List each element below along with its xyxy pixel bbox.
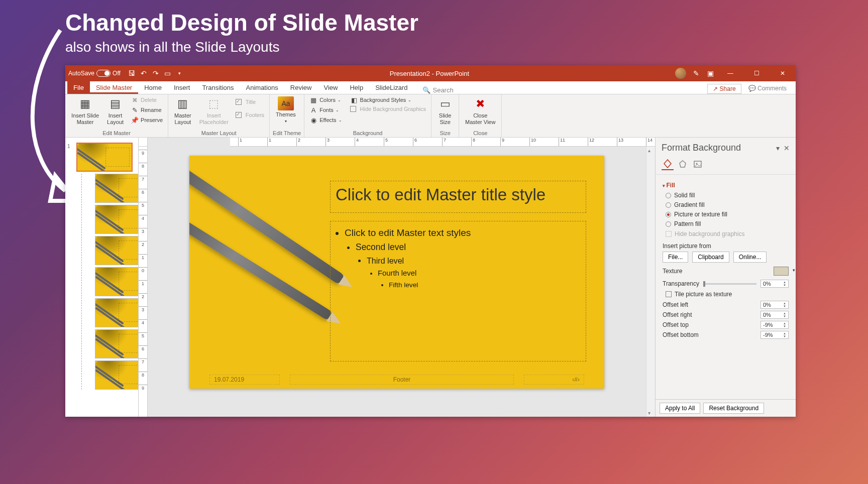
svg-marker-0 bbox=[680, 161, 686, 167]
picture-tab-icon[interactable] bbox=[692, 158, 704, 170]
tile-picture-checkbox[interactable]: Tile picture as texture bbox=[666, 291, 786, 298]
insert-slide-master-button[interactable]: ▦ Insert Slide Master bbox=[68, 95, 102, 127]
clipboard-button[interactable]: Clipboard bbox=[692, 252, 729, 263]
user-avatar[interactable] bbox=[675, 68, 686, 79]
footers-checkbox: Footers bbox=[234, 111, 266, 118]
vertical-scrollbar[interactable] bbox=[646, 147, 655, 417]
picture-fill-radio[interactable]: Picture or texture fill bbox=[666, 211, 786, 218]
tab-help[interactable]: Help bbox=[344, 81, 369, 94]
minimize-button[interactable]: — bbox=[720, 65, 740, 81]
online-button[interactable]: Online... bbox=[733, 252, 767, 263]
tab-view[interactable]: View bbox=[317, 81, 344, 94]
layout-thumb[interactable] bbox=[95, 267, 139, 296]
redo-icon[interactable]: ↷ bbox=[152, 69, 160, 77]
slide-master-icon: ▦ bbox=[78, 96, 93, 111]
fill-section-header[interactable]: Fill bbox=[663, 182, 789, 189]
comments-button[interactable]: 💬 Comments bbox=[743, 84, 792, 94]
close-master-view-button[interactable]: ✖ Close Master View bbox=[462, 95, 498, 127]
master-layout-button[interactable]: ▥ Master Layout bbox=[171, 95, 194, 127]
close-button[interactable]: ✕ bbox=[773, 65, 793, 81]
vertical-ruler[interactable]: 9876543210123456789 bbox=[139, 147, 148, 417]
offset-left-spinner[interactable]: 0%▲▼ bbox=[761, 301, 789, 309]
background-styles-button[interactable]: ◧Background Styles ⌄ bbox=[348, 95, 428, 104]
layout-thumb[interactable] bbox=[95, 236, 139, 265]
footer-number-placeholder[interactable]: ‹#› bbox=[524, 375, 584, 385]
preserve-button[interactable]: 📌Preserve bbox=[129, 115, 165, 125]
layout-thumb[interactable] bbox=[95, 174, 139, 203]
effects-button[interactable]: ◉Effects ⌄ bbox=[307, 115, 344, 125]
qat-dropdown-icon[interactable]: ▾ bbox=[176, 69, 184, 77]
hide-bg-graphics-checkbox: Hide background graphics bbox=[666, 230, 786, 237]
undo-icon[interactable]: ↶ bbox=[140, 69, 148, 77]
delete-button: ✖Delete bbox=[129, 95, 165, 104]
layout-thumb[interactable] bbox=[95, 205, 139, 234]
apply-to-all-button[interactable]: Apply to All bbox=[660, 403, 700, 414]
rename-button[interactable]: ✎Rename bbox=[129, 105, 165, 114]
offset-right-spinner[interactable]: 0%▲▼ bbox=[761, 311, 789, 319]
offset-right-label: Offset right bbox=[663, 311, 692, 318]
tab-transitions[interactable]: Transitions bbox=[196, 81, 240, 94]
pane-title: Format Background bbox=[662, 143, 772, 153]
tab-animations[interactable]: Animations bbox=[240, 81, 284, 94]
thumbnail-pane[interactable]: 1 bbox=[65, 138, 139, 417]
thumb-number: 1 bbox=[67, 144, 70, 149]
reset-background-button[interactable]: Reset Background bbox=[703, 403, 764, 414]
offset-bottom-label: Offset bottom bbox=[663, 331, 699, 338]
layout-thumb[interactable] bbox=[95, 360, 139, 390]
ribbon: ▦ Insert Slide Master ▤ Insert Layout ✖D… bbox=[65, 94, 796, 138]
body-placeholder[interactable]: Click to edit Master text styles Second … bbox=[330, 221, 586, 361]
gradient-fill-radio[interactable]: Gradient fill bbox=[666, 201, 786, 208]
autosave-toggle[interactable]: AutoSave Off bbox=[68, 70, 121, 77]
delete-icon: ✖ bbox=[131, 96, 139, 104]
group-label: Edit Master bbox=[68, 129, 165, 137]
share-button[interactable]: ↗ Share bbox=[707, 84, 741, 94]
tell-me-search[interactable]: 🔍 Search bbox=[422, 86, 453, 94]
pane-options-icon[interactable]: ▾ bbox=[776, 144, 780, 152]
layout-icon: ▤ bbox=[108, 96, 123, 111]
horizontal-ruler[interactable]: 112345678910111213141516 bbox=[230, 138, 655, 147]
slide-master-thumb[interactable] bbox=[76, 143, 133, 172]
transparency-spinner[interactable]: 0%▲▼ bbox=[761, 280, 789, 288]
offset-bottom-spinner[interactable]: -9%▲▼ bbox=[761, 331, 789, 339]
ribbon-tabs: File Slide Master Home Insert Transition… bbox=[65, 81, 796, 94]
footer-date-placeholder[interactable]: 19.07.2019 bbox=[209, 375, 280, 385]
tab-slide-master[interactable]: Slide Master bbox=[90, 81, 138, 94]
footer-text-placeholder[interactable]: Footer bbox=[290, 375, 514, 385]
transparency-slider[interactable] bbox=[703, 283, 756, 285]
save-icon[interactable]: 🖫 bbox=[128, 69, 136, 77]
offset-top-spinner[interactable]: -9%▲▼ bbox=[761, 321, 789, 329]
fill-tab-icon[interactable] bbox=[662, 158, 674, 170]
maximize-button[interactable]: ☐ bbox=[746, 65, 767, 81]
solid-fill-radio[interactable]: Solid fill bbox=[666, 192, 786, 199]
colors-button[interactable]: ▦Colors ⌄ bbox=[307, 95, 344, 104]
fonts-button[interactable]: AFonts ⌄ bbox=[307, 105, 344, 114]
layout-thumb[interactable] bbox=[95, 329, 139, 358]
drawing-mode-icon[interactable]: ✎ bbox=[692, 69, 700, 77]
rename-icon: ✎ bbox=[131, 106, 139, 114]
pane-close-icon[interactable]: ✕ bbox=[784, 144, 790, 152]
from-beginning-icon[interactable]: ▭ bbox=[164, 69, 172, 77]
insert-layout-button[interactable]: ▤ Insert Layout bbox=[104, 95, 127, 127]
title-bar: AutoSave Off 🖫 ↶ ↷ ▭ ▾ Presentation2 - P… bbox=[65, 65, 796, 81]
file-button[interactable]: File... bbox=[663, 252, 688, 263]
bg-styles-icon: ◧ bbox=[350, 96, 358, 104]
slide-canvas[interactable]: Click to edit Master title style Click t… bbox=[189, 156, 604, 389]
insert-from-label: Insert picture from bbox=[663, 243, 789, 250]
ribbon-display-icon[interactable]: ▣ bbox=[706, 69, 714, 77]
tab-review[interactable]: Review bbox=[284, 81, 318, 94]
themes-button[interactable]: Aa Themes ▾ bbox=[273, 95, 299, 125]
themes-icon: Aa bbox=[278, 96, 294, 110]
tab-file[interactable]: File bbox=[67, 81, 90, 94]
tab-home[interactable]: Home bbox=[138, 81, 168, 94]
slide-size-button[interactable]: ▭ Slide Size bbox=[435, 95, 456, 127]
close-master-icon: ✖ bbox=[473, 96, 488, 111]
effects-tab-icon[interactable] bbox=[677, 158, 689, 170]
title-placeholder[interactable]: Click to edit Master title style bbox=[330, 181, 586, 213]
tab-insert[interactable]: Insert bbox=[168, 81, 196, 94]
pattern-fill-radio[interactable]: Pattern fill bbox=[666, 220, 786, 227]
fonts-icon: A bbox=[309, 106, 317, 114]
insert-placeholder-button[interactable]: ⬚ Insert Placeholder bbox=[196, 95, 232, 127]
layout-thumb[interactable] bbox=[95, 298, 139, 327]
tab-slidelizard[interactable]: SlideLizard bbox=[369, 81, 413, 94]
texture-picker[interactable] bbox=[774, 267, 789, 276]
